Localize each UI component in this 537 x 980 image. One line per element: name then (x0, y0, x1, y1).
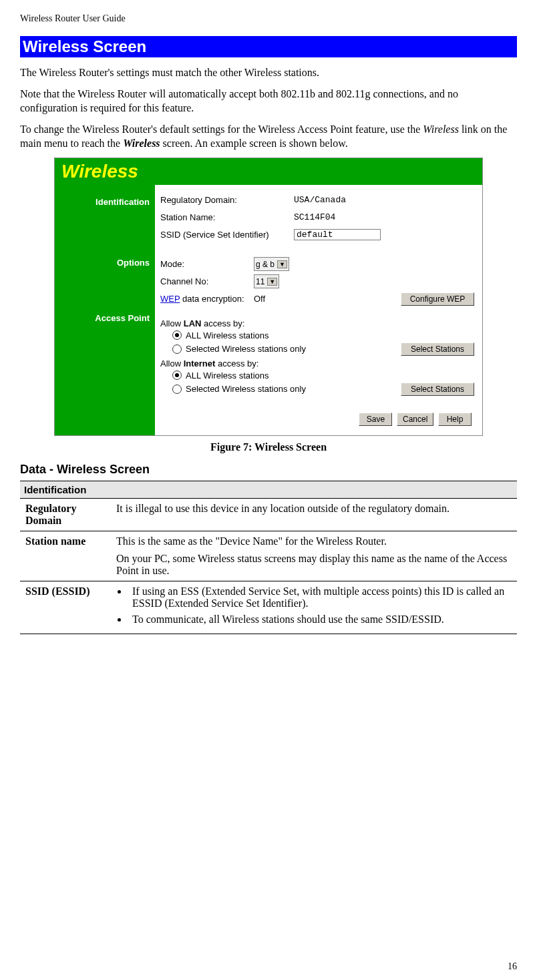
table-row: Station name This is the same as the "De… (20, 531, 517, 581)
allow-lan-bold: LAN (184, 318, 202, 328)
data-section-heading: Data - Wireless Screen (20, 463, 517, 477)
internet-radio-all-label: ALL Wireless stations (186, 371, 269, 381)
allow-internet-suffix: access by: (215, 358, 258, 369)
wireless-screen-figure: Wireless Identification Options Access P… (54, 158, 483, 436)
dropdown-arrow-icon: ▼ (267, 278, 277, 286)
internet-radio-selected-label: Selected Wireless stations only (186, 384, 306, 394)
wep-status: Off (254, 294, 294, 304)
station-text-1: This is the same as the "Device Name" fo… (116, 535, 512, 547)
row-label-ssid: SSID (ESSID) (20, 581, 111, 634)
select-stations-internet-button[interactable]: Select Stations (401, 383, 474, 396)
radio-icon (172, 344, 182, 354)
allow-internet-prefix: Allow (160, 358, 184, 369)
radio-icon (172, 385, 182, 394)
mode-select[interactable]: g & b▼ (254, 257, 289, 271)
p3-text-e: screen. An example screen is shown below… (160, 138, 348, 149)
lan-radio-selected-label: Selected Wireless stations only (186, 344, 306, 354)
p3-text-a: To change the Wireless Router's default … (20, 124, 423, 135)
radio-icon (172, 330, 182, 340)
allow-lan-prefix: Allow (160, 318, 184, 328)
allow-lan-label: Allow LAN access by: (160, 318, 474, 328)
dropdown-arrow-icon: ▼ (277, 260, 287, 268)
table-row: SSID (ESSID) If using an ESS (Extended S… (20, 581, 517, 634)
allow-internet-label: Allow Internet access by: (160, 358, 474, 369)
p3-bold-italic-wireless: Wireless (123, 138, 160, 149)
row-label-station-name: Station name (20, 531, 111, 581)
internet-radio-all[interactable]: ALL Wireless stations (172, 371, 474, 381)
channel-value: 11 (256, 277, 264, 286)
row-label-reg-domain: Regulatory Domain (20, 498, 111, 531)
channel-label: Channel No: (160, 276, 254, 286)
data-table: Identification Regulatory Domain It is i… (20, 481, 517, 634)
reg-domain-label: Regulatory Domain: (160, 195, 274, 205)
figure-container: Wireless Identification Options Access P… (20, 158, 517, 436)
lan-radio-selected[interactable]: Selected Wireless stations only Select S… (172, 342, 474, 356)
group-identification: Identification (20, 481, 517, 498)
row-text-reg-domain: It is illegal to use this device in any … (111, 498, 517, 531)
station-text-2: On your PC, some Wireless status screens… (116, 553, 512, 577)
figure-button-row: Save Cancel Help (160, 409, 474, 430)
figure-main: Regulatory Domain: USA/Canada Station Na… (155, 185, 482, 435)
figure-sidebar: Identification Options Access Point (55, 185, 155, 435)
sidebar-identification: Identification (55, 197, 150, 207)
lan-radio-all[interactable]: ALL Wireless stations (172, 330, 474, 340)
radio-icon (172, 371, 182, 380)
paragraph-2: Note that the Wireless Router will autom… (20, 87, 517, 115)
wep-label-rest: data encryption: (180, 294, 244, 304)
mode-value: g & b (256, 260, 275, 269)
help-button[interactable]: Help (438, 413, 472, 426)
sidebar-options: Options (55, 258, 150, 268)
ssid-bullet-1: If using an ESS (Extended Service Set, w… (128, 585, 512, 609)
ssid-bullet-2: To communicate, all Wireless stations sh… (128, 614, 512, 626)
figure-title: Wireless (61, 161, 138, 182)
ssid-input[interactable] (294, 229, 381, 240)
reg-domain-value: USA/Canada (294, 195, 346, 205)
channel-select[interactable]: 11▼ (254, 274, 279, 288)
allow-lan-suffix: access by: (201, 318, 244, 328)
p3-italic-wireless: Wireless (423, 124, 459, 135)
paragraph-1: The Wireless Router's settings must matc… (20, 65, 517, 80)
ssid-label: SSID (Service Set Identifier) (160, 230, 274, 240)
allow-internet-bold: Internet (184, 358, 216, 369)
sidebar-access-point: Access Point (55, 313, 150, 323)
select-stations-lan-button[interactable]: Select Stations (401, 342, 474, 356)
section-title: Wireless Screen (20, 36, 517, 57)
station-name-label: Station Name: (160, 212, 274, 222)
lan-radio-all-label: ALL Wireless stations (186, 330, 269, 340)
paragraph-3: To change the Wireless Router's default … (20, 122, 517, 151)
row-text-station-name: This is the same as the "Device Name" fo… (111, 531, 517, 581)
configure-wep-button[interactable]: Configure WEP (401, 292, 474, 306)
internet-radio-selected[interactable]: Selected Wireless stations only Select S… (172, 383, 474, 396)
figure-titlebar: Wireless (55, 158, 482, 185)
wep-link[interactable]: WEP (160, 294, 180, 304)
table-row: Regulatory Domain It is illegal to use t… (20, 498, 517, 531)
figure-caption: Figure 7: Wireless Screen (20, 441, 517, 453)
row-text-ssid: If using an ESS (Extended Service Set, w… (111, 581, 517, 634)
station-name-value: SC114F04 (294, 212, 335, 222)
document-header: Wireless Router User Guide (20, 13, 517, 24)
save-button[interactable]: Save (359, 413, 392, 426)
mode-label: Mode: (160, 259, 254, 269)
cancel-button[interactable]: Cancel (397, 413, 433, 426)
